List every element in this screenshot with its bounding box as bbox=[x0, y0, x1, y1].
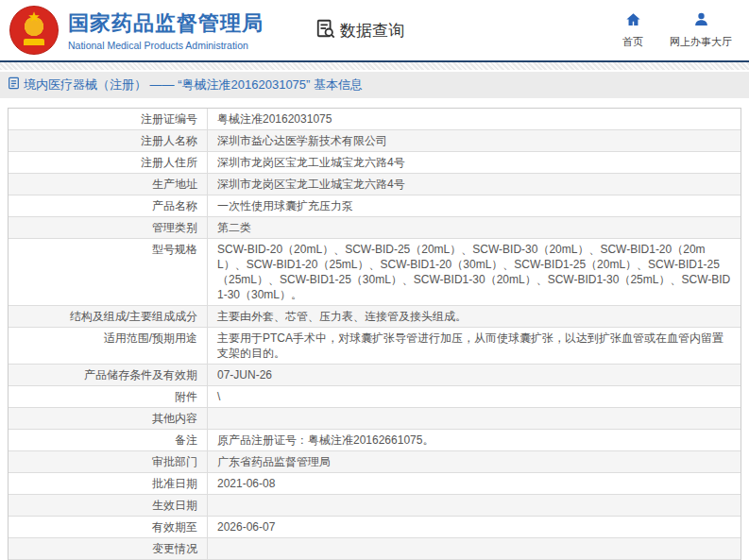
page-header: ★ 国家药品监督管理局 National Medical Products Ad… bbox=[0, 0, 749, 62]
npma-emblem-logo: ★ bbox=[9, 6, 59, 55]
table-row: 生效日期 bbox=[9, 495, 740, 517]
table-row: 产品储存条件及有效期07-JUN-26 bbox=[9, 365, 740, 386]
table-row: 注册人住所深圳市龙岗区宝龙工业城宝龙六路4号 bbox=[9, 152, 740, 174]
row-label: 附件 bbox=[9, 386, 208, 407]
nav-home[interactable]: 首页 bbox=[622, 11, 643, 49]
home-icon bbox=[625, 11, 641, 31]
row-value: 一次性使用球囊扩充压力泵 bbox=[208, 195, 740, 216]
row-label: 生效日期 bbox=[9, 495, 208, 516]
agency-name-en: National Medical Products Administration bbox=[68, 40, 264, 51]
row-label: 管理类别 bbox=[9, 217, 208, 238]
nav-online-service-hall[interactable]: 网上办事大厅 bbox=[670, 11, 732, 49]
row-value: SCW-BID-20（20mL）、SCW-BID-25（20mL）、SCW-BI… bbox=[208, 239, 740, 305]
row-value bbox=[208, 495, 740, 516]
row-label: 有效期至 bbox=[9, 517, 208, 537]
data-query-label: 数据查询 bbox=[340, 20, 404, 42]
table-row: 型号规格SCW-BID-20（20mL）、SCW-BID-25（20mL）、SC… bbox=[9, 239, 740, 306]
row-value: 2026-06-07 bbox=[208, 517, 740, 537]
row-label: 产品名称 bbox=[9, 195, 208, 216]
breadcrumb: 境内医疗器械（注册） —— “粤械注准20162031075” 基本信息 bbox=[0, 72, 749, 98]
table-row: 附件\ bbox=[9, 386, 740, 408]
star-icon: ★ bbox=[10, 8, 58, 25]
row-value: 深圳市龙岗区宝龙工业城宝龙六路4号 bbox=[208, 152, 740, 173]
row-value: 第二类 bbox=[208, 217, 740, 238]
top-navigation: 首页 网上办事大厅 bbox=[622, 11, 732, 49]
row-label: 备注 bbox=[9, 430, 208, 450]
row-value bbox=[208, 408, 740, 429]
table-row: 备注原产品注册证号：粤械注准20162661075。 bbox=[9, 430, 740, 451]
row-label: 注册人名称 bbox=[9, 130, 208, 151]
row-label: 注册证编号 bbox=[9, 109, 208, 129]
row-label: 变更情况 bbox=[9, 538, 208, 559]
table-row: 结构及组成/主要组成成分主要由外套、芯管、压力表、连接管及接头组成。 bbox=[9, 306, 740, 328]
agency-title-block: 国家药品监督管理局 National Medical Products Admi… bbox=[68, 9, 264, 51]
row-value: 广东省药品监督管理局 bbox=[208, 451, 740, 472]
row-value: 2021-06-08 bbox=[208, 473, 740, 494]
agency-name-cn: 国家药品监督管理局 bbox=[68, 9, 264, 38]
table-row: 注册证编号粤械注准20162031075 bbox=[9, 109, 740, 130]
table-row: 注册人名称深圳市益心达医学新技术有限公司 bbox=[9, 130, 740, 152]
table-row: 管理类别第二类 bbox=[9, 217, 740, 239]
row-label: 产品储存条件及有效期 bbox=[9, 365, 208, 385]
row-label: 生产地址 bbox=[9, 174, 208, 195]
row-value: 主要用于PTCA手术中，对球囊扩张导管进行加压，从而使球囊扩张，以达到扩张血管或… bbox=[208, 328, 740, 364]
row-value: 主要由外套、芯管、压力表、连接管及接头组成。 bbox=[208, 306, 740, 327]
row-value: 深圳市益心达医学新技术有限公司 bbox=[208, 130, 740, 151]
nav-online-service-hall-label: 网上办事大厅 bbox=[670, 35, 732, 49]
user-icon bbox=[693, 11, 709, 31]
document-icon bbox=[8, 76, 20, 93]
row-label: 审批部门 bbox=[9, 451, 208, 472]
breadcrumb-text: 境内医疗器械（注册） —— “粤械注准20162031075” 基本信息 bbox=[24, 76, 363, 93]
header-divider-hatch bbox=[0, 62, 749, 70]
row-value: 原产品注册证号：粤械注准20162661075。 bbox=[208, 430, 740, 450]
row-label: 批准日期 bbox=[9, 473, 208, 494]
row-value: 07-JUN-26 bbox=[208, 365, 740, 385]
nav-home-label: 首页 bbox=[622, 35, 643, 49]
data-query-button[interactable]: 数据查询 bbox=[315, 18, 404, 42]
document-search-icon bbox=[315, 18, 336, 42]
row-label: 其他内容 bbox=[9, 408, 208, 429]
table-row: 适用范围/预期用途主要用于PTCA手术中，对球囊扩张导管进行加压，从而使球囊扩张… bbox=[9, 328, 740, 365]
row-value bbox=[208, 538, 740, 559]
table-row: 批准日期2021-06-08 bbox=[9, 473, 740, 495]
row-label: 结构及组成/主要组成成分 bbox=[9, 306, 208, 327]
row-label: 注册人住所 bbox=[9, 152, 208, 173]
registration-info-table: 注册证编号粤械注准20162031075注册人名称深圳市益心达医学新技术有限公司… bbox=[8, 108, 741, 560]
row-value: \ bbox=[208, 386, 740, 407]
table-row: 产品名称一次性使用球囊扩充压力泵 bbox=[9, 195, 740, 217]
table-row: 审批部门广东省药品监督管理局 bbox=[9, 451, 740, 473]
row-label: 型号规格 bbox=[9, 239, 208, 305]
table-row: 变更情况 bbox=[9, 538, 740, 560]
row-value: 深圳市龙岗区宝龙工业城宝龙六路4号 bbox=[208, 174, 740, 195]
row-value: 粤械注准20162031075 bbox=[208, 109, 740, 129]
table-row: 有效期至2026-06-07 bbox=[9, 517, 740, 538]
table-row: 生产地址深圳市龙岗区宝龙工业城宝龙六路4号 bbox=[9, 174, 740, 195]
table-row: 其他内容 bbox=[9, 408, 740, 430]
row-label: 适用范围/预期用途 bbox=[9, 328, 208, 364]
